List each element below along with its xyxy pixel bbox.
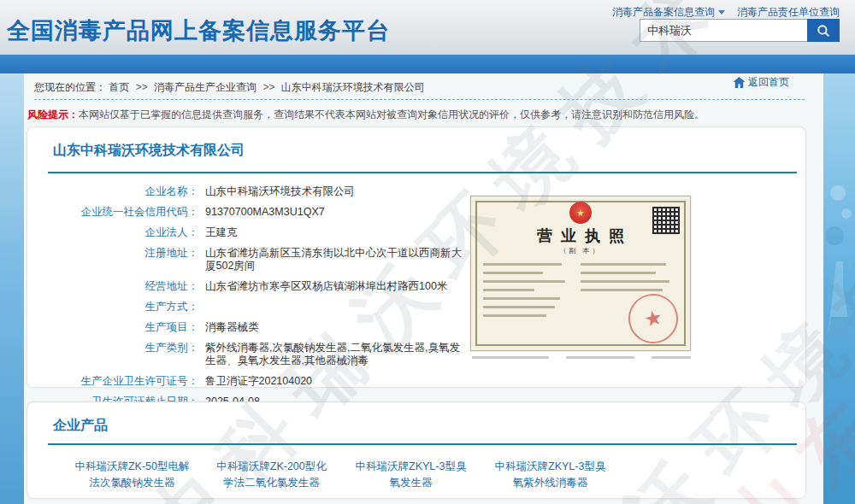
field-row-name: 企业名称： 山东中科瑞沃环境技术有限公司 (43, 185, 470, 198)
header: 全国消毒产品网上备案信息服务平台 消毒产品备案信息查询 消毒产品责任单位查询 (0, 0, 855, 55)
home-icon (733, 77, 746, 88)
company-fields: 企业名称： 山东中科瑞沃环境技术有限公司 企业统一社会信用代码： 9137070… (43, 185, 470, 416)
license-text-lines-left (483, 263, 569, 323)
product-link-zkyl3-uv[interactable]: 中科瑞沃牌ZKYL-3型臭氧紫外线消毒器 (492, 459, 608, 491)
search-button[interactable] (807, 19, 840, 42)
products-divider (48, 443, 797, 445)
field-row-business-address: 经营地址： 山东省潍坊市寒亭区双杨店镇湖淋埠出村路西100米 (43, 280, 470, 293)
risk-notice-label: 风险提示： (27, 108, 79, 120)
field-row-hygiene-license-no: 生产企业卫生许可证号： 鲁卫消证字202104020 (43, 375, 470, 388)
field-row-legal-person: 企业法人： 王建克 (43, 226, 470, 239)
company-name-title: 山东中科瑞沃环境技术有限公司 (53, 142, 805, 160)
products-panel: 企业产品 中科瑞沃牌ZK-50型电解法次氯酸钠发生器 中科瑞沃牌ZK-200型化… (27, 401, 806, 499)
license-caption-line (652, 356, 691, 359)
search-input[interactable] (640, 19, 807, 42)
risk-notice: 风险提示：本网站仅基于已掌握的信息提供查询服务，查询结果不代表本网站对被查询对象… (27, 108, 813, 122)
left-decoration-strip (0, 73, 24, 504)
field-row-production-category: 生产类别： 紫外线消毒器,次氯酸钠发生器,二氧化氯发生器,臭氧发生器、臭氧水发生… (43, 342, 470, 367)
field-row-production-item: 生产项目： 消毒器械类 (43, 321, 470, 334)
page: 全国消毒产品网上备案信息服务平台 消毒产品备案信息查询 消毒产品责任单位查询 (0, 0, 855, 504)
license-caption-line (472, 356, 549, 359)
breadcrumb-prefix: 您现在的位置： (34, 81, 106, 93)
products-title: 企业产品 (53, 417, 805, 435)
chemistry-flask-icon (826, 176, 853, 364)
field-row-credit-code: 企业统一社会信用代码： 91370700MA3M3U1QX7 (43, 206, 470, 219)
breadcrumb: 您现在的位置： 首页 >> 消毒产品生产企业查询 >> 山东中科瑞沃环境技术有限… (34, 80, 813, 97)
field-row-production-mode: 生产方式： (43, 301, 470, 314)
product-link-zk50[interactable]: 中科瑞沃牌ZK-50型电解法次氯酸钠发生器 (74, 459, 190, 491)
field-row-registered-address: 注册地址： 山东省潍坊高新区玉清东街以北中心次干道以西商新大厦502房间 (43, 247, 470, 273)
back-home-link[interactable]: 返回首页 (733, 75, 789, 90)
product-link-zk200[interactable]: 中科瑞沃牌ZK-200型化学法二氧化氯发生器 (214, 459, 329, 491)
license-subtitle: （副 本） (471, 246, 690, 255)
product-link-zkyl3-ozone[interactable]: 中科瑞沃牌ZKYL-3型臭氧发生器 (353, 459, 469, 491)
qr-code (652, 207, 680, 234)
search-icon (816, 23, 831, 38)
license-text-lines-right (581, 263, 675, 297)
title-divider (48, 172, 797, 173)
breadcrumb-current: 山东中科瑞沃环境技术有限公司 (281, 81, 425, 93)
top-nav: 消毒产品备案信息查询 消毒产品责任单位查询 (612, 5, 840, 20)
breadcrumb-enterprise-query-link[interactable]: 消毒产品生产企业查询 (154, 81, 256, 93)
search-box (640, 19, 840, 42)
national-emblem-icon: ★ (569, 202, 592, 224)
breadcrumb-home-link[interactable]: 首页 (109, 81, 129, 93)
site-title: 全国消毒产品网上备案信息服务平台 (7, 15, 390, 46)
business-license-image[interactable]: ★ 营业执照 （副 本） (470, 196, 691, 351)
nav-band (0, 55, 855, 73)
right-decoration-strip (823, 73, 855, 504)
nav-link-record-info-query[interactable]: 消毒产品备案信息查询 (612, 5, 725, 20)
products-list: 中科瑞沃牌ZK-50型电解法次氯酸钠发生器 中科瑞沃牌ZK-200型化学法二氧化… (74, 459, 622, 491)
nav-link-responsible-unit-query[interactable]: 消毒产品责任单位查询 (737, 5, 840, 20)
company-info-panel: 山东中科瑞沃环境技术有限公司 企业名称： 山东中科瑞沃环境技术有限公司 企业统一… (27, 126, 806, 388)
chevron-down-icon (718, 10, 725, 15)
license-caption-line (566, 356, 634, 359)
risk-notice-text: 本网站仅基于已掌握的信息提供查询服务，查询结果不代表本网站对被查询对象信用状况的… (79, 108, 705, 120)
dashed-divider (34, 99, 805, 100)
main-content: 您现在的位置： 首页 >> 消毒产品生产企业查询 >> 山东中科瑞沃环境技术有限… (24, 73, 823, 504)
